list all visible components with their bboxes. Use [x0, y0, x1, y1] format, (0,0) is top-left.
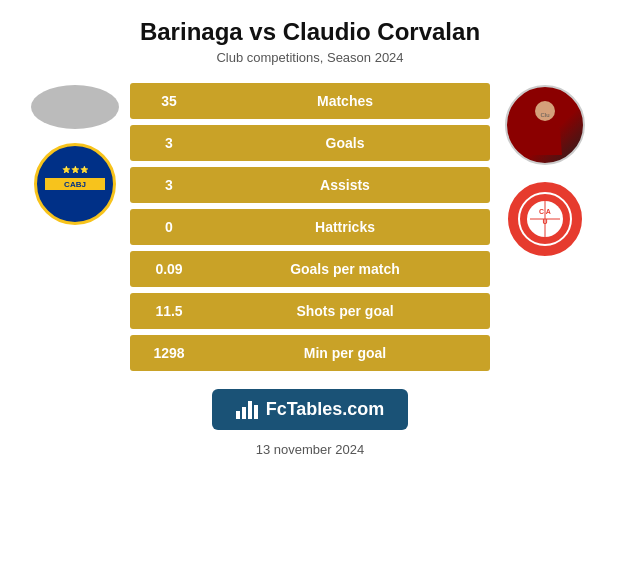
- svg-text:CABJ: CABJ: [64, 180, 86, 189]
- stat-row: 1298Min per goal: [130, 335, 490, 371]
- stat-label: Shots per goal: [200, 303, 490, 319]
- player-oval-left: [31, 85, 119, 129]
- stat-row: 35Matches: [130, 83, 490, 119]
- stat-label: Goals per match: [200, 261, 490, 277]
- stat-value: 3: [130, 135, 200, 151]
- stat-value: 11.5: [130, 303, 200, 319]
- stat-value: 0: [130, 219, 200, 235]
- page-subtitle: Club competitions, Season 2024: [216, 50, 403, 65]
- left-logos: CABJ ⭐⭐⭐: [20, 83, 130, 225]
- right-logos: Clu C A U: [490, 83, 600, 259]
- stat-row: 3Assists: [130, 167, 490, 203]
- stat-value: 35: [130, 93, 200, 109]
- stat-row: 0.09Goals per match: [130, 251, 490, 287]
- stat-label: Min per goal: [200, 345, 490, 361]
- svg-text:⭐⭐⭐: ⭐⭐⭐: [62, 165, 89, 174]
- stat-value: 3: [130, 177, 200, 193]
- footer-fctables: FcTables.com: [212, 389, 409, 430]
- stat-row: 3Goals: [130, 125, 490, 161]
- stat-label: Goals: [200, 135, 490, 151]
- stat-label: Hattricks: [200, 219, 490, 235]
- stat-value: 1298: [130, 345, 200, 361]
- stat-value: 0.09: [130, 261, 200, 277]
- union-logo: C A U: [505, 179, 585, 259]
- boca-logo: CABJ ⭐⭐⭐: [34, 143, 116, 225]
- stat-label: Matches: [200, 93, 490, 109]
- svg-point-3: [535, 101, 555, 121]
- fctables-bar-icon: [236, 401, 258, 419]
- fctables-text: FcTables.com: [266, 399, 385, 420]
- stat-row: 0Hattricks: [130, 209, 490, 245]
- stats-container: 35Matches3Goals3Assists0Hattricks0.09Goa…: [130, 83, 490, 371]
- footer-date: 13 november 2024: [256, 442, 364, 457]
- player-photo-right: Clu: [505, 85, 585, 165]
- stat-row: 11.5Shots per goal: [130, 293, 490, 329]
- stat-label: Assists: [200, 177, 490, 193]
- svg-text:Clu: Clu: [540, 112, 549, 118]
- page-title: Barinaga vs Claudio Corvalan: [140, 18, 480, 46]
